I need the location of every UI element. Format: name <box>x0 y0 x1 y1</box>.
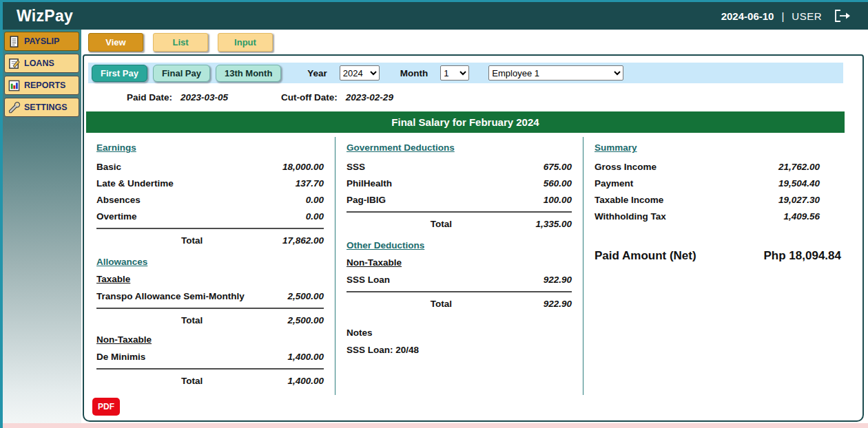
item-value: 560.00 <box>544 178 572 189</box>
item-value: 1,400.00 <box>287 352 324 362</box>
topbar-right: 2024-06-10 | USER <box>721 9 853 23</box>
pdf-button[interactable]: PDF <box>92 398 120 416</box>
total-value: 1,400.00 <box>287 376 324 386</box>
month-label: Month <box>400 68 428 78</box>
sidebar-item-settings[interactable]: SETTINGS <box>4 98 79 117</box>
settings-icon <box>8 101 21 114</box>
notes-section: Notes SSS Loan: 20/48 <box>347 328 572 355</box>
filter-bar: First Pay Final Pay 13th Month Year 2024… <box>88 63 843 83</box>
line-item: De Minimis 1,400.00 <box>96 352 324 362</box>
content-area: View List Input First Pay Final Pay 13th… <box>81 30 868 423</box>
paid-amount-value: Php 18,094.84 <box>764 249 841 263</box>
item-value: 0.00 <box>306 211 324 222</box>
line-item: Pag-IBIG 100.00 <box>347 195 572 205</box>
tab-input[interactable]: Input <box>218 33 273 52</box>
paid-amount-row: Paid Amount (Net) Php 18,094.84 <box>595 249 851 263</box>
total-divider <box>96 308 324 309</box>
logout-icon <box>834 9 853 23</box>
sidebar-item-payslip[interactable]: PAYSLIP <box>4 32 79 51</box>
item-label: Withholding Tax <box>595 211 666 222</box>
item-label: Late & Undertime <box>96 178 174 189</box>
notes-title: Notes <box>347 328 572 338</box>
item-value: 21,762.00 <box>778 162 820 172</box>
total-value: 1,335.00 <box>535 219 572 229</box>
sidebar-item-loans[interactable]: LOANS <box>4 54 79 73</box>
total-divider <box>96 368 324 370</box>
item-label: SSS Loan <box>347 275 390 285</box>
sidebar-item-label: PAYSLIP <box>24 36 59 46</box>
allowances-taxable-subtitle: Taxable <box>96 274 324 284</box>
username: USER <box>792 10 822 22</box>
item-label: Transpo Allowance Semi-Monthly <box>96 291 245 301</box>
total-divider <box>347 211 572 213</box>
total-label: Total <box>181 235 203 246</box>
line-item: Taxable Income 19,027.30 <box>595 195 851 205</box>
line-item: Gross Income 21,762.00 <box>595 162 851 172</box>
notes-line: SSS Loan: 20/48 <box>347 345 572 355</box>
year-label: Year <box>307 68 327 78</box>
sidebar-item-label: REPORTS <box>24 81 65 90</box>
paid-date-label: Paid Date: <box>127 92 172 103</box>
line-item: SSS Loan 922.90 <box>347 275 572 285</box>
final-pay-button[interactable]: Final Pay <box>153 65 210 82</box>
item-label: Payment <box>595 178 633 189</box>
earnings-column: Earnings Basic 18,000.00 Late & Undertim… <box>84 137 335 395</box>
bottom-strip <box>3 423 868 428</box>
item-value: 100.00 <box>544 195 572 205</box>
month-select[interactable]: 1 <box>440 65 469 81</box>
line-item: Absences 0.00 <box>96 195 324 205</box>
logout-button[interactable] <box>834 9 853 23</box>
other-deductions-total-row: Total 922.90 <box>347 299 572 309</box>
payslip-icon <box>8 35 21 48</box>
item-value: 2,500.00 <box>287 291 324 301</box>
earnings-total-row: Total 17,862.00 <box>96 235 324 246</box>
line-item: Transpo Allowance Semi-Monthly 2,500.00 <box>96 291 324 301</box>
dates-row: Paid Date: 2023-03-05 Cut-off Date: 2023… <box>84 87 862 107</box>
item-value: 0.00 <box>306 195 324 205</box>
paid-amount-label: Paid Amount (Net) <box>595 249 696 263</box>
total-label: Total <box>181 315 203 325</box>
earnings-section-title: Earnings <box>96 142 324 153</box>
item-value: 675.00 <box>544 162 572 172</box>
other-deductions-section-title: Other Deductions <box>347 240 572 250</box>
year-select[interactable]: 2024 <box>340 65 380 81</box>
tab-bar: View List Input <box>81 30 868 54</box>
payslip-panel: First Pay Final Pay 13th Month Year 2024… <box>83 54 864 422</box>
thirteenth-month-button[interactable]: 13th Month <box>216 65 281 82</box>
item-label: Absences <box>96 195 141 205</box>
item-value: 19,504.40 <box>778 178 820 189</box>
total-value: 922.90 <box>544 299 572 309</box>
sidebar-item-reports[interactable]: REPORTS <box>4 76 79 95</box>
employee-select[interactable]: Employee 1 <box>488 65 623 81</box>
summary-column: Summary Gross Income 21,762.00 Payment 1… <box>583 137 862 395</box>
gov-deductions-section-title: Government Deductions <box>347 142 572 153</box>
top-bar: WizPay 2024-06-10 | USER <box>3 2 868 30</box>
first-pay-button[interactable]: First Pay <box>92 65 147 82</box>
line-item: Payment 19,504.40 <box>595 178 851 189</box>
item-value: 19,027.30 <box>778 195 820 205</box>
item-value: 922.90 <box>544 275 572 285</box>
line-item: Withholding Tax 1,409.56 <box>595 211 851 222</box>
payslip-title-banner: Final Salary for February 2024 <box>86 111 845 133</box>
sidebar: PAYSLIP LOANS <box>3 30 81 423</box>
allowances-nontaxable-subtitle: Non-Taxable <box>96 334 324 345</box>
cutoff-date-value: 2023-02-29 <box>346 92 393 103</box>
total-divider <box>347 291 572 292</box>
main-row: PAYSLIP LOANS <box>3 30 868 423</box>
item-label: De Minimis <box>96 352 145 362</box>
item-label: Pag-IBIG <box>347 195 386 205</box>
reports-icon <box>8 79 21 92</box>
item-label: SSS <box>347 162 365 172</box>
allowances-nontaxable-total-row: Total 1,400.00 <box>96 376 324 386</box>
deductions-column: Government Deductions SSS 675.00 PhilHea… <box>335 137 583 395</box>
total-label: Total <box>431 299 452 309</box>
page: WizPay 2024-06-10 | USER <box>0 0 868 428</box>
item-value: 137.70 <box>296 178 324 189</box>
tab-list[interactable]: List <box>153 33 208 52</box>
tab-view[interactable]: View <box>88 33 143 52</box>
item-label: Gross Income <box>595 162 657 172</box>
item-value: 18,000.00 <box>282 162 324 172</box>
line-item: Late & Undertime 137.70 <box>96 178 324 189</box>
item-label: Basic <box>96 162 121 172</box>
gov-deductions-total-row: Total 1,335.00 <box>347 219 572 229</box>
